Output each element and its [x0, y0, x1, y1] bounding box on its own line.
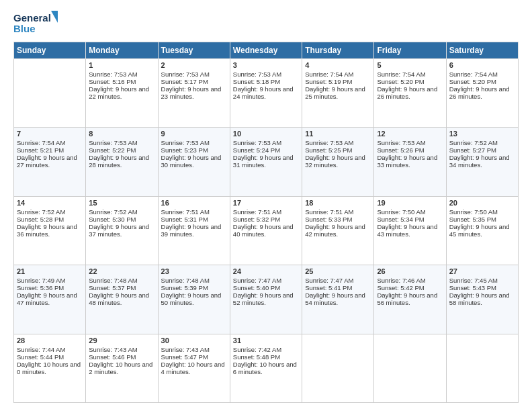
calendar-cell: 8Sunrise: 7:53 AMSunset: 5:22 PMDaylight…: [86, 128, 158, 196]
calendar-cell: 13Sunrise: 7:52 AMSunset: 5:27 PMDayligh…: [446, 128, 518, 196]
sunrise-text: Sunrise: 7:53 AM: [161, 139, 227, 146]
calendar-cell: 22Sunrise: 7:48 AMSunset: 5:37 PMDayligh…: [86, 265, 158, 334]
day-number: 23: [161, 267, 227, 275]
sunset-text: Sunset: 5:31 PM: [161, 216, 227, 223]
calendar-cell: 17Sunrise: 7:51 AMSunset: 5:32 PMDayligh…: [230, 196, 302, 265]
calendar-cell: 15Sunrise: 7:52 AMSunset: 5:30 PMDayligh…: [86, 196, 158, 265]
day-number: 4: [305, 61, 371, 69]
sunset-text: Sunset: 5:39 PM: [161, 284, 227, 291]
header: GeneralBlue: [13, 11, 519, 35]
header-sunday: Sunday: [14, 42, 86, 59]
logo-svg: GeneralBlue: [13, 11, 60, 35]
day-number: 2: [161, 61, 227, 69]
sunrise-text: Sunrise: 7:49 AM: [17, 277, 83, 284]
calendar-cell: 26Sunrise: 7:46 AMSunset: 5:42 PMDayligh…: [374, 265, 446, 334]
daylight-text: Daylight: 9 hours and 33 minutes.: [377, 154, 443, 169]
sunrise-text: Sunrise: 7:47 AM: [305, 277, 371, 284]
sunset-text: Sunset: 5:33 PM: [305, 216, 371, 223]
daylight-text: Daylight: 9 hours and 27 minutes.: [17, 154, 83, 169]
sunset-text: Sunset: 5:43 PM: [449, 284, 515, 291]
sunrise-text: Sunrise: 7:53 AM: [377, 139, 443, 146]
sunset-text: Sunset: 5:47 PM: [161, 353, 227, 361]
day-number: 5: [377, 61, 443, 69]
sunrise-text: Sunrise: 7:50 AM: [377, 208, 443, 216]
sunset-text: Sunset: 5:24 PM: [233, 146, 299, 154]
daylight-text: Daylight: 10 hours and 2 minutes.: [89, 361, 154, 375]
day-number: 26: [377, 267, 443, 275]
sunset-text: Sunset: 5:42 PM: [377, 284, 443, 291]
day-number: 3: [233, 61, 299, 69]
sunset-text: Sunset: 5:34 PM: [377, 216, 443, 223]
calendar-cell: [14, 59, 86, 128]
day-number: 20: [449, 199, 515, 207]
day-number: 14: [17, 199, 83, 207]
sunset-text: Sunset: 5:23 PM: [161, 146, 227, 154]
calendar-cell: 29Sunrise: 7:43 AMSunset: 5:46 PMDayligh…: [86, 334, 158, 402]
calendar-cell: 31Sunrise: 7:42 AMSunset: 5:48 PMDayligh…: [230, 334, 302, 402]
calendar-cell: 9Sunrise: 7:53 AMSunset: 5:23 PMDaylight…: [158, 128, 230, 196]
daylight-text: Daylight: 9 hours and 50 minutes.: [161, 291, 227, 306]
day-number: 29: [89, 336, 154, 345]
sunrise-text: Sunrise: 7:53 AM: [89, 139, 154, 146]
day-number: 15: [89, 199, 154, 207]
day-number: 17: [233, 199, 299, 207]
day-number: 22: [89, 267, 154, 275]
daylight-text: Daylight: 9 hours and 25 minutes.: [305, 85, 371, 100]
day-number: 28: [17, 336, 83, 345]
calendar-cell: [446, 334, 518, 402]
sunset-text: Sunset: 5:20 PM: [377, 78, 443, 85]
calendar-cell: 3Sunrise: 7:53 AMSunset: 5:18 PMDaylight…: [230, 59, 302, 128]
calendar-cell: 10Sunrise: 7:53 AMSunset: 5:24 PMDayligh…: [230, 128, 302, 196]
calendar-cell: 28Sunrise: 7:44 AMSunset: 5:44 PMDayligh…: [14, 334, 86, 402]
sunset-text: Sunset: 5:28 PM: [17, 216, 83, 223]
day-number: 19: [377, 199, 443, 207]
week-row-4: 28Sunrise: 7:44 AMSunset: 5:44 PMDayligh…: [14, 334, 519, 402]
calendar-cell: 27Sunrise: 7:45 AMSunset: 5:43 PMDayligh…: [446, 265, 518, 334]
daylight-text: Daylight: 9 hours and 45 minutes.: [449, 223, 515, 238]
header-saturday: Saturday: [446, 42, 518, 59]
svg-text:General: General: [13, 12, 51, 24]
header-thursday: Thursday: [302, 42, 374, 59]
sunrise-text: Sunrise: 7:42 AM: [233, 346, 299, 353]
sunset-text: Sunset: 5:30 PM: [89, 216, 154, 223]
calendar-cell: 24Sunrise: 7:47 AMSunset: 5:40 PMDayligh…: [230, 265, 302, 334]
day-number: 11: [305, 130, 371, 138]
calendar-cell: 20Sunrise: 7:50 AMSunset: 5:35 PMDayligh…: [446, 196, 518, 265]
sunset-text: Sunset: 5:40 PM: [233, 284, 299, 291]
day-number: 9: [161, 130, 227, 138]
calendar-cell: 14Sunrise: 7:52 AMSunset: 5:28 PMDayligh…: [14, 196, 86, 265]
sunset-text: Sunset: 5:19 PM: [305, 78, 371, 85]
calendar-cell: 4Sunrise: 7:54 AMSunset: 5:19 PMDaylight…: [302, 59, 374, 128]
sunset-text: Sunset: 5:32 PM: [233, 216, 299, 223]
sunrise-text: Sunrise: 7:52 AM: [17, 208, 83, 216]
day-number: 30: [161, 336, 227, 345]
day-number: 18: [305, 199, 371, 207]
week-row-1: 7Sunrise: 7:54 AMSunset: 5:21 PMDaylight…: [14, 128, 519, 196]
sunrise-text: Sunrise: 7:53 AM: [89, 71, 154, 78]
sunrise-text: Sunrise: 7:53 AM: [233, 139, 299, 146]
sunrise-text: Sunrise: 7:44 AM: [17, 346, 83, 353]
logo: GeneralBlue: [13, 11, 60, 35]
daylight-text: Daylight: 9 hours and 39 minutes.: [161, 223, 227, 238]
daylight-text: Daylight: 9 hours and 43 minutes.: [377, 223, 443, 238]
header-monday: Monday: [86, 42, 158, 59]
calendar-table: SundayMondayTuesdayWednesdayThursdayFrid…: [13, 42, 519, 403]
sunset-text: Sunset: 5:18 PM: [233, 78, 299, 85]
daylight-text: Daylight: 10 hours and 0 minutes.: [17, 361, 83, 375]
sunrise-text: Sunrise: 7:51 AM: [233, 208, 299, 216]
calendar-cell: 23Sunrise: 7:48 AMSunset: 5:39 PMDayligh…: [158, 265, 230, 334]
calendar-cell: [374, 334, 446, 402]
sunset-text: Sunset: 5:48 PM: [233, 353, 299, 361]
calendar-cell: 11Sunrise: 7:53 AMSunset: 5:25 PMDayligh…: [302, 128, 374, 196]
sunrise-text: Sunrise: 7:53 AM: [161, 71, 227, 78]
day-number: 13: [449, 130, 515, 138]
day-number: 21: [17, 267, 83, 275]
day-number: 16: [161, 199, 227, 207]
day-number: 12: [377, 130, 443, 138]
calendar-cell: 25Sunrise: 7:47 AMSunset: 5:41 PMDayligh…: [302, 265, 374, 334]
header-tuesday: Tuesday: [158, 42, 230, 59]
sunrise-text: Sunrise: 7:50 AM: [449, 208, 515, 216]
daylight-text: Daylight: 9 hours and 54 minutes.: [305, 291, 371, 306]
sunrise-text: Sunrise: 7:48 AM: [89, 277, 154, 284]
sunrise-text: Sunrise: 7:43 AM: [161, 346, 227, 353]
